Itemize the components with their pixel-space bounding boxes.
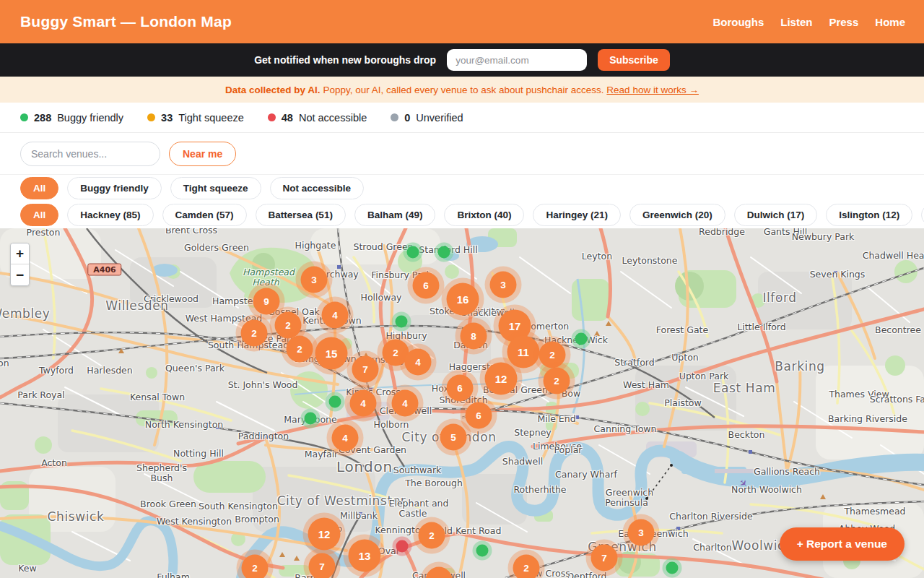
- cluster-marker[interactable]: 7: [352, 356, 379, 383]
- subscribe-bar: Get notified when new boroughs drop Subs…: [0, 43, 924, 77]
- legend-count: 33: [161, 112, 173, 124]
- venue-marker-green[interactable]: [666, 562, 679, 574]
- borough-chip-battersea-51[interactable]: Battersea (51): [256, 204, 346, 226]
- status-chip-buggy-friendly[interactable]: Buggy friendly: [67, 177, 162, 199]
- venue-marker-green[interactable]: [407, 246, 419, 259]
- cluster-marker[interactable]: 6: [466, 402, 492, 429]
- cluster-marker[interactable]: 3: [628, 519, 655, 546]
- cluster-marker[interactable]: 2: [419, 522, 445, 549]
- venue-marker-red[interactable]: [396, 540, 409, 553]
- borough-chip-greenwich-20[interactable]: Greenwich (20): [629, 204, 725, 226]
- legend-label: Buggy friendly: [57, 112, 123, 124]
- legend-dot-icon: [391, 113, 398, 121]
- borough-chip-dulwich-17[interactable]: Dulwich (17): [734, 204, 818, 226]
- page-title: Buggy Smart — London Map: [20, 13, 232, 30]
- legend-item: 288 Buggy friendly: [20, 112, 123, 124]
- borough-filter-row: AllHackney (85)Camden (57)Battersea (51)…: [0, 202, 924, 228]
- borough-chip-haringey-21[interactable]: Haringey (21): [533, 204, 621, 226]
- ai-data-banner: Data collected by AI. Poppy, our AI, cal…: [0, 77, 924, 103]
- cluster-marker[interactable]: 2: [275, 312, 302, 339]
- venue-marker-green[interactable]: [438, 246, 450, 259]
- cluster-marker[interactable]: 16: [447, 283, 479, 316]
- cluster-marker[interactable]: 7: [591, 545, 618, 571]
- near-me-button[interactable]: Near me: [169, 142, 236, 166]
- venue-marker-green[interactable]: [305, 413, 317, 425]
- cluster-marker[interactable]: 3: [490, 272, 517, 298]
- venue-marker-green[interactable]: [575, 333, 588, 345]
- cluster-marker[interactable]: 12: [485, 363, 518, 395]
- legend-dot-icon: [268, 113, 276, 121]
- cluster-marker[interactable]: 2: [241, 320, 268, 347]
- legend-label: Unverified: [416, 112, 463, 124]
- cluster-marker[interactable]: 2: [539, 342, 566, 368]
- status-legend: 288 Buggy friendly33 Tight squeeze48 Not…: [0, 103, 924, 133]
- legend-label: Not accessible: [299, 112, 367, 124]
- search-input[interactable]: [20, 142, 160, 166]
- cluster-marker[interactable]: 2: [544, 368, 570, 394]
- map-tiles: ✈: [0, 228, 924, 578]
- search-row: Near me: [0, 133, 924, 175]
- banner-text: Poppy, our AI, called every venue to ask…: [321, 85, 607, 95]
- map-zoom-control: + −: [10, 243, 30, 286]
- cluster-marker[interactable]: 4: [350, 390, 377, 417]
- legend-item: 48 Not accessible: [268, 112, 367, 124]
- zoom-in-button[interactable]: +: [11, 243, 29, 264]
- zoom-out-button[interactable]: −: [11, 264, 29, 285]
- legend-count: 0: [404, 112, 410, 124]
- cluster-marker[interactable]: 2: [242, 555, 269, 578]
- cluster-marker[interactable]: 11: [507, 336, 540, 368]
- cluster-marker[interactable]: 3: [301, 267, 328, 293]
- subscribe-label: Get notified when new boroughs drop: [254, 54, 436, 66]
- borough-chip-all[interactable]: All: [20, 204, 58, 226]
- venue-marker-green[interactable]: [396, 316, 408, 328]
- legend-dot-icon: [147, 113, 155, 121]
- cluster-marker[interactable]: 13: [349, 540, 381, 572]
- legend-item: 0 Unverified: [391, 112, 463, 124]
- borough-chip-balham-49[interactable]: Balham (49): [354, 204, 436, 226]
- status-chip-all[interactable]: All: [20, 177, 58, 199]
- nav-link-listen[interactable]: Listen: [780, 16, 812, 28]
- cluster-marker[interactable]: 8: [461, 323, 487, 350]
- venue-marker-green[interactable]: [329, 396, 341, 408]
- legend-count: 48: [282, 112, 293, 124]
- cluster-marker[interactable]: 12: [308, 518, 341, 551]
- nav-link-home[interactable]: Home: [875, 16, 905, 28]
- cluster-marker[interactable]: 2: [287, 336, 313, 363]
- legend-count: 288: [34, 112, 51, 124]
- borough-chip-peckham-9[interactable]: Peckham (9): [921, 204, 924, 226]
- venue-marker-green[interactable]: [476, 545, 489, 557]
- cluster-marker[interactable]: 6: [447, 375, 474, 402]
- legend-label: Tight squeeze: [178, 112, 244, 124]
- cluster-marker[interactable]: 7: [309, 553, 336, 578]
- cluster-marker[interactable]: 5: [440, 424, 467, 451]
- legend-item: 33 Tight squeeze: [147, 112, 244, 124]
- banner-bold-text: Data collected by AI.: [225, 85, 321, 95]
- subscribe-button[interactable]: Subscribe: [598, 49, 670, 71]
- status-chip-not-accessible[interactable]: Not accessible: [270, 177, 365, 199]
- cluster-marker[interactable]: 2: [513, 555, 540, 578]
- cluster-marker[interactable]: 6: [413, 272, 440, 299]
- app-header: Buggy Smart — London Map BoroughsListenP…: [0, 0, 924, 43]
- cluster-marker[interactable]: 15: [315, 337, 348, 370]
- read-how-link[interactable]: Read how it works →: [606, 85, 699, 95]
- nav-link-press[interactable]: Press: [829, 16, 858, 28]
- borough-chip-islington-12[interactable]: Islington (12): [826, 204, 912, 226]
- cluster-marker[interactable]: 4: [322, 302, 349, 329]
- status-chip-tight-squeeze[interactable]: Tight squeeze: [170, 177, 261, 199]
- cluster-marker[interactable]: 4: [392, 390, 419, 417]
- main-nav: BoroughsListenPressHome: [712, 16, 905, 28]
- road-badge-a406: A406: [87, 264, 121, 276]
- cluster-marker[interactable]: 9: [253, 288, 280, 315]
- email-field[interactable]: [447, 49, 587, 71]
- borough-chip-hackney-85[interactable]: Hackney (85): [67, 204, 153, 226]
- status-filter-row: AllBuggy friendlyTight squeezeNot access…: [0, 175, 924, 202]
- report-venue-button[interactable]: + Report a venue: [780, 527, 905, 561]
- cluster-marker[interactable]: 4: [405, 349, 432, 376]
- nav-link-boroughs[interactable]: Boroughs: [712, 16, 764, 28]
- map-canvas[interactable]: ✈ + − A406 + Report a venue PrestonBrent…: [0, 228, 924, 578]
- legend-dot-icon: [20, 113, 28, 121]
- cluster-marker[interactable]: 4: [332, 425, 359, 452]
- borough-chip-brixton-40[interactable]: Brixton (40): [444, 204, 524, 226]
- borough-chip-camden-57[interactable]: Camden (57): [162, 204, 247, 226]
